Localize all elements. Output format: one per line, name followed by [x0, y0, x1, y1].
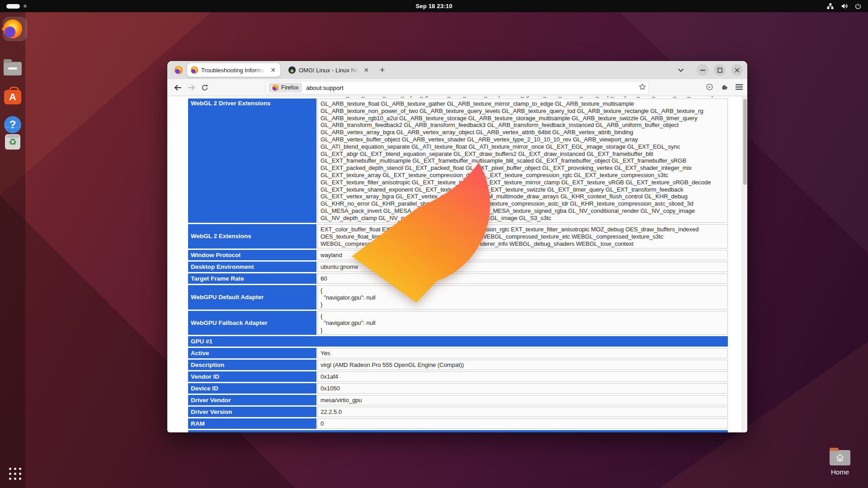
system-status-area[interactable]	[826, 0, 862, 12]
pocket-icon[interactable]	[706, 83, 713, 93]
grid-dot	[9, 468, 11, 470]
dock-item-help[interactable]: ?	[4, 116, 21, 133]
workspace-dot[interactable]	[24, 5, 27, 8]
new-tab-button[interactable]: +	[380, 65, 385, 75]
value-line: virgl (AMD Radeon Pro 555 OpenGL Engine …	[321, 361, 726, 369]
table-row: Driver Vendormesa/virtio_gpu	[188, 395, 728, 405]
dock-item-ubuntu-software[interactable]: A	[4, 87, 21, 104]
forward-button[interactable]	[184, 81, 198, 94]
tab-title: OMG! Linux - Linux News,	[299, 67, 359, 74]
minimize-button[interactable]	[697, 64, 708, 76]
value-line: GL_ARB_vertex_array_bgra GL_ARB_vertex_a…	[321, 129, 726, 136]
grid-dot	[14, 468, 16, 470]
value-line: }	[321, 327, 726, 334]
value-line: GL_ARB_texture_rgb10_a2ui GL_ARB_texture…	[321, 115, 726, 122]
table-row: Descriptionvirgl (AMD Radeon Pro 555 Ope…	[188, 360, 728, 370]
value-line: GL_EXT_abgr GL_EXT_blend_equation_separa…	[321, 150, 726, 158]
row-label: WebGPU Default Adapter	[188, 285, 316, 310]
dock-separator	[5, 127, 21, 128]
extensions-puzzle-icon[interactable]	[721, 83, 728, 93]
value-line: 22.2.5.0	[321, 408, 726, 416]
back-button[interactable]	[171, 81, 184, 94]
help-icon: ?	[4, 116, 21, 133]
table-row: WebGPU Fallback Adapter{ "navigator.gpu"…	[188, 311, 728, 335]
table-section-row: GPU #1	[188, 336, 728, 347]
row-value: 22.2.5.0	[317, 407, 728, 417]
workspace-indicator[interactable]	[6, 0, 27, 12]
dock-item-firefox[interactable]	[3, 19, 22, 38]
value-line: GL_ARB_transform_feedback2 GL_ARB_transf…	[321, 122, 726, 129]
value-line: {	[321, 313, 726, 320]
row-value: { "navigator.gpu": null}	[317, 311, 728, 335]
row-label: Active	[188, 348, 316, 358]
value-line: 0x1050	[321, 385, 726, 392]
omg-linux-favicon	[288, 66, 296, 74]
row-label: WebGL 2 Extensions	[188, 224, 316, 249]
arrow-overlay-graphic	[348, 159, 498, 309]
firefox-icon	[3, 19, 22, 38]
home-label: Home	[826, 468, 854, 476]
identity-label: Firefox	[281, 84, 298, 91]
section-header-label: GPU #1	[188, 336, 728, 347]
tab-close-icon[interactable]: ✕	[363, 66, 370, 74]
row-value: 0x1af4	[317, 371, 728, 382]
row-label: RAM	[188, 418, 316, 429]
table-row: ActiveYes	[188, 348, 728, 358]
grid-dot	[9, 473, 11, 475]
firefox-icon	[272, 84, 278, 91]
dock-item-files[interactable]	[4, 58, 22, 75]
clock[interactable]: Sep 18 23:10	[415, 3, 452, 9]
row-value: virgl (AMD Radeon Pro 555 OpenGL Engine …	[317, 360, 728, 370]
desktop-home-shortcut[interactable]: Home	[826, 450, 854, 476]
home-folder-icon	[830, 450, 850, 465]
grid-dot	[19, 473, 21, 475]
list-tabs-chevron-icon[interactable]	[678, 66, 684, 74]
tab-close-icon[interactable]: ✕	[269, 66, 277, 74]
table-row: Driver Version22.2.5.0	[188, 407, 728, 417]
dock-item-trash[interactable]: ♻	[5, 134, 20, 150]
files-icon	[4, 62, 22, 75]
row-label: Vendor ID	[188, 371, 316, 382]
table-section-row: Diagnostics	[188, 430, 728, 432]
grid-dot	[14, 473, 16, 475]
firefox-view-icon[interactable]	[175, 66, 183, 74]
scrollbar-thumb[interactable]	[743, 99, 747, 185]
value-line: GL_ARB_vertex_buffer_object GL_ARB_verte…	[321, 136, 726, 143]
row-value: mesa/virtio_gpu	[317, 395, 728, 405]
menu-hamburger-icon[interactable]	[736, 84, 743, 92]
row-label: WebGL 2 Driver Extensions	[188, 99, 316, 223]
grid-dot	[19, 468, 21, 470]
row-label: Target Frame Rate	[188, 273, 316, 284]
navigation-bar: Firefox about:support	[167, 79, 747, 96]
table-row: RAM0	[188, 418, 728, 429]
row-label: Driver Version	[188, 407, 316, 417]
site-identity-chip[interactable]: Firefox	[269, 83, 302, 93]
row-value: Yes	[317, 348, 728, 358]
power-icon[interactable]	[854, 3, 862, 10]
clipped-previous-row-text: GL_ARB_texture_buffer_object_rgb32 GL_AR…	[338, 96, 728, 98]
maximize-button[interactable]	[714, 64, 726, 76]
grid-dot	[9, 478, 11, 480]
section-header-label: Diagnostics	[188, 430, 728, 432]
url-bar[interactable]: Firefox about:support	[266, 81, 649, 94]
table-row: Vendor ID0x1af4	[188, 371, 728, 382]
network-icon[interactable]	[826, 2, 834, 10]
bookmark-star-icon[interactable]	[639, 83, 646, 92]
reload-button[interactable]	[198, 81, 212, 94]
url-text[interactable]: about:support	[306, 84, 639, 91]
row-label: Description	[188, 360, 316, 370]
volume-icon[interactable]	[840, 2, 848, 10]
tab-omg-linux[interactable]: OMG! Linux - Linux News, ✕	[285, 63, 373, 77]
value-line: "navigator.gpu": null	[321, 319, 726, 327]
close-button[interactable]	[731, 64, 743, 76]
workspace-pill-active[interactable]	[6, 4, 20, 9]
tab-troubleshooting[interactable]: Troubleshooting Informa ✕	[187, 63, 280, 77]
value-line: GL_ATI_blend_equation_separate GL_ATI_te…	[321, 143, 726, 150]
value-line: GL_ARB_texture_non_power_of_two GL_ARB_t…	[321, 108, 726, 115]
table-row: Device ID0x1050	[188, 383, 728, 394]
row-label: Driver Vendor	[188, 395, 316, 405]
toolbar-buttons	[706, 79, 743, 96]
value-line: mesa/virtio_gpu	[321, 397, 726, 404]
scrollbar[interactable]	[742, 96, 747, 432]
show-applications-button[interactable]	[9, 468, 21, 480]
